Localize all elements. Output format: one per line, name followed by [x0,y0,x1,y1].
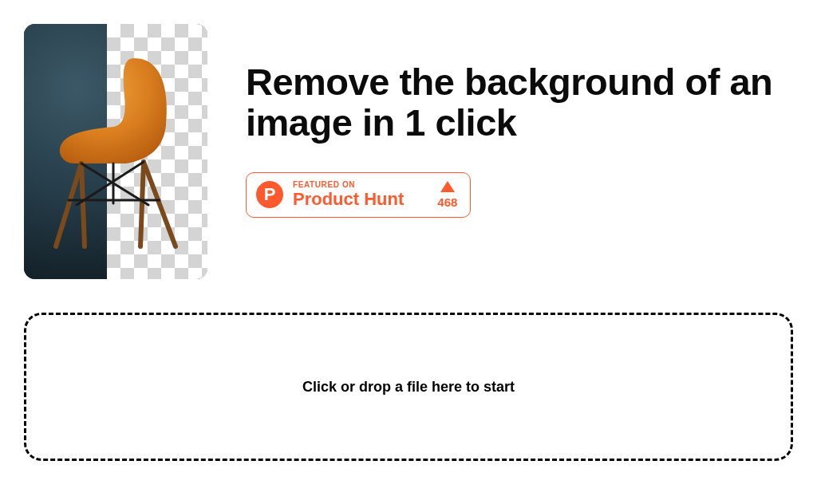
hero-text-column: Remove the background of an image in 1 c… [246,24,793,218]
file-dropzone[interactable]: Click or drop a file here to start [24,313,793,461]
product-hunt-vote-count: 468 [437,195,457,209]
dropzone-prompt: Click or drop a file here to start [302,379,515,396]
svg-line-6 [77,162,144,205]
product-hunt-text: FEATURED ON Product Hunt [293,181,404,208]
product-hunt-logo-icon: P [256,181,283,208]
product-hunt-name: Product Hunt [293,190,404,208]
svg-line-5 [81,163,148,205]
chair-icon [48,52,184,251]
page-headline: Remove the background of an image in 1 c… [246,62,793,144]
product-hunt-badge[interactable]: P FEATURED ON Product Hunt 468 [246,172,471,218]
upvote-triangle-icon [440,181,455,192]
product-hunt-votes: 468 [429,181,457,209]
svg-line-1 [81,163,85,246]
demo-image-before-after [24,24,207,279]
hero-section: Remove the background of an image in 1 c… [24,24,793,279]
svg-line-3 [140,162,144,246]
